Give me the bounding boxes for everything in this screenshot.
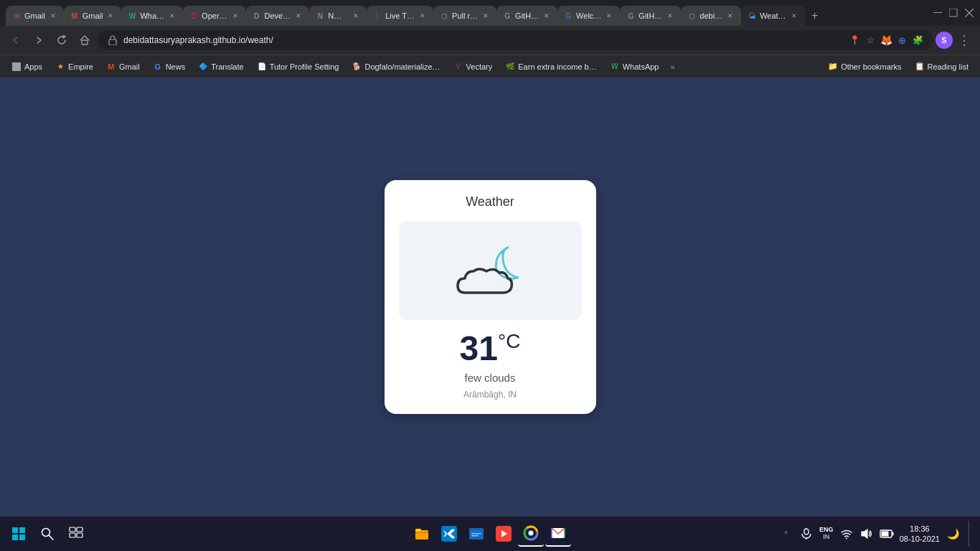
bookmark-earn[interactable]: 🌿 Earn extra income b… (499, 58, 602, 75)
tab-favicon-github1: ⬡ (439, 11, 449, 21)
location-icon[interactable]: 📍 (848, 34, 861, 47)
bookmark-folder-icon: 📁 (828, 62, 838, 71)
taskbar-gmail[interactable] (545, 521, 571, 547)
tab-weather[interactable]: 🌤 Weat… ✕ (741, 6, 804, 26)
lock-icon (106, 34, 119, 47)
date-display: 08-10-2021 (900, 534, 940, 544)
tab-github1[interactable]: ⬡ Pull r… ✕ (433, 6, 496, 26)
tab-close-live[interactable]: ✕ (418, 11, 428, 21)
tab-live[interactable]: L Live T… ✕ (367, 6, 433, 26)
window-controls (933, 8, 974, 18)
other-bookmarks-label: Other bookmarks (841, 62, 901, 71)
weather-icon-container (399, 221, 582, 320)
search-button[interactable] (34, 521, 60, 547)
tab-close-github2[interactable]: ✕ (542, 11, 552, 21)
reload-button[interactable] (52, 30, 72, 50)
tab-close-debi[interactable]: ✕ (725, 11, 735, 21)
start-button[interactable] (6, 521, 32, 547)
tab-close-gmail2[interactable]: ✕ (105, 11, 116, 21)
tab-debi[interactable]: ⬡ debi… ✕ (681, 6, 741, 26)
task-view-button[interactable] (63, 521, 89, 547)
svg-rect-13 (15, 68, 18, 71)
bookmark-gmail[interactable]: M Gmail (100, 58, 146, 75)
tab-whatsapp[interactable]: W Wha… ✕ (121, 6, 183, 26)
chrome-cast-icon[interactable]: ⊕ (895, 34, 908, 47)
dogfalo-icon: 🐕 (352, 62, 362, 72)
tab-close-devto[interactable]: ✕ (293, 11, 303, 21)
minimize-button[interactable] (933, 8, 943, 18)
home-button[interactable] (75, 30, 95, 50)
system-clock[interactable]: 18:36 08-10-2021 (900, 524, 940, 545)
taskbar-vscode[interactable] (436, 521, 462, 547)
tab-opera[interactable]: O Oper… ✕ (183, 6, 245, 26)
weather-card-title: Weather (466, 194, 514, 209)
tab-favicon-github3: G (626, 11, 636, 21)
profile-avatar[interactable]: S (936, 32, 953, 49)
volume-icon[interactable] (859, 527, 874, 541)
taskbar-file-explorer[interactable] (409, 521, 435, 547)
close-button[interactable] (964, 8, 974, 18)
tab-favicon-github2: G (502, 11, 512, 21)
tab-close-gmail[interactable]: ✕ (48, 11, 58, 21)
weather-description: few clouds (465, 372, 516, 384)
taskbar-files[interactable] (463, 521, 489, 547)
show-desktop-button[interactable] (969, 521, 974, 547)
taskbar-media-player[interactable] (491, 521, 517, 547)
tab-devto[interactable]: D Deve… ✕ (246, 6, 310, 26)
microphone-icon[interactable] (799, 527, 814, 541)
svg-rect-7 (15, 62, 18, 65)
bookmark-dogfalo[interactable]: 🐕 Dogfalo/materialize… (346, 58, 446, 75)
tab-favicon-whatsapp: W (127, 11, 137, 21)
battery-icon[interactable] (880, 527, 894, 541)
empire-icon: ★ (55, 62, 65, 72)
tab-github2[interactable]: G GitH… ✕ (496, 6, 557, 26)
bookmark-tutor-label: Tutor Profile Setting (270, 62, 339, 71)
bookmark-tutor-profile[interactable]: 📄 Tutor Profile Setting (251, 58, 345, 75)
tab-close-whatsapp[interactable]: ✕ (167, 11, 177, 21)
tab-close-weather[interactable]: ✕ (789, 11, 799, 21)
star-bookmark-icon[interactable]: ☆ (864, 34, 877, 47)
tab-gmail[interactable]: ✉ Gmail ✕ (6, 6, 64, 26)
tab-close-notion[interactable]: ✕ (351, 11, 361, 21)
translate-icon: 🔷 (198, 62, 208, 72)
forward-button[interactable] (29, 30, 49, 50)
tab-google[interactable]: G Welc… ✕ (557, 6, 620, 26)
bookmark-translate[interactable]: 🔷 Translate (192, 58, 249, 75)
taskbar-chrome[interactable] (518, 521, 544, 547)
tab-github3[interactable]: G GitH… ✕ (620, 6, 681, 26)
svg-rect-26 (415, 529, 421, 532)
back-button[interactable] (6, 30, 26, 50)
new-tab-button[interactable]: + (805, 6, 825, 26)
bookmark-whatsapp[interactable]: W WhatsApp (604, 58, 665, 75)
wifi-icon[interactable] (839, 527, 854, 541)
tab-close-github3[interactable]: ✕ (665, 11, 675, 21)
tab-gmail2[interactable]: M Gmail ✕ (64, 6, 122, 26)
tab-close-google[interactable]: ✕ (604, 11, 614, 21)
browser-extension-icon[interactable]: 🦊 (880, 34, 892, 47)
page-content: Weather 31°C few clouds Arāmb (0, 77, 980, 517)
menu-button[interactable]: ⋮ (954, 30, 974, 50)
svg-rect-15 (12, 527, 18, 533)
earn-icon: 🌿 (505, 62, 515, 72)
svg-rect-0 (933, 12, 942, 13)
bookmark-vectary[interactable]: V Vectary (448, 58, 499, 75)
tab-notion[interactable]: N N… ✕ (309, 6, 367, 26)
bookmark-empire[interactable]: ★ Empire (50, 58, 99, 75)
language-indicator[interactable]: ENG IN (819, 527, 834, 541)
tray-chevron[interactable]: ^ (779, 527, 793, 541)
notification-center[interactable]: 🌙 (946, 527, 960, 541)
bookmark-apps[interactable]: Apps (6, 58, 48, 75)
maximize-button[interactable] (948, 8, 958, 18)
bookmark-news[interactable]: G News (147, 58, 192, 75)
address-bar[interactable]: debidattasuryaprakash.github.io/weath/ 📍… (98, 30, 933, 50)
tab-close-github1[interactable]: ✕ (481, 11, 491, 21)
bookmarks-more-button[interactable]: » (666, 58, 679, 75)
toolbar-right: S ⋮ (936, 30, 974, 50)
other-bookmarks-button[interactable]: 📁 Other bookmarks (822, 60, 907, 73)
tab-favicon-notion: N (315, 11, 325, 21)
reading-list-button[interactable]: 📋 Reading list (909, 60, 974, 73)
tab-label-google: Welc… (576, 11, 601, 20)
tab-close-opera[interactable]: ✕ (230, 11, 240, 21)
svg-rect-18 (19, 534, 25, 540)
extensions-icon[interactable]: 🧩 (911, 34, 924, 47)
